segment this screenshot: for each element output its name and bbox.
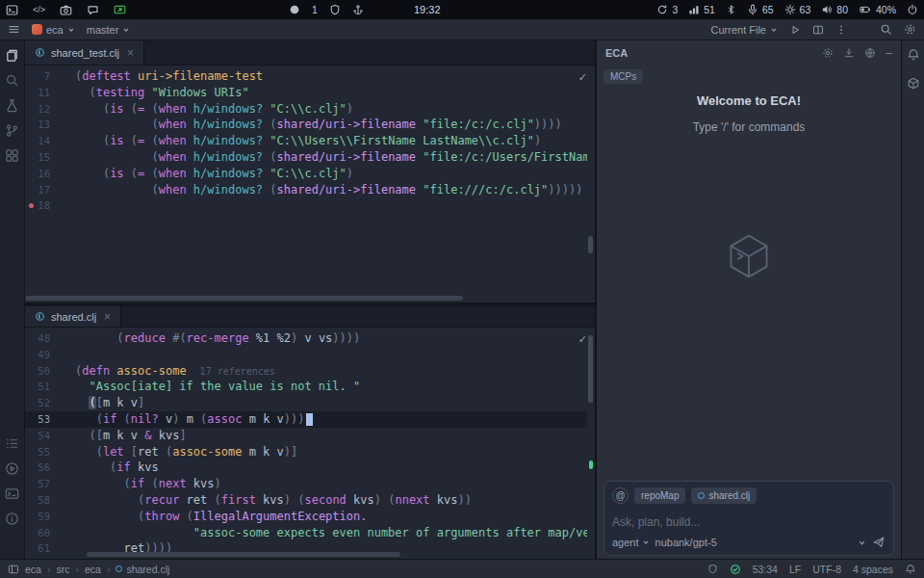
- layout-split-icon[interactable]: [812, 24, 824, 36]
- bluetooth-icon[interactable]: [726, 4, 736, 15]
- code-line-12[interactable]: 12 (is (= (when h/windows? "C:\\c.clj"): [25, 101, 587, 118]
- code-line-18[interactable]: 18: [25, 197, 587, 214]
- battery-status[interactable]: 40%: [859, 4, 896, 15]
- code-line-52[interactable]: 52 ([m k v]: [25, 395, 587, 411]
- references-annotation[interactable]: 17 references: [200, 366, 275, 377]
- code-line-56[interactable]: 56 (if kvs: [25, 460, 587, 476]
- send-button[interactable]: [872, 536, 886, 549]
- code-line-11[interactable]: 11 (testing "Windows URIs": [25, 85, 587, 101]
- line-number: 61: [25, 540, 50, 553]
- code-line-53[interactable]: 53 (if (nil? v) m (assoc m k v))): [25, 411, 587, 428]
- agent-mode-selector[interactable]: agent: [612, 537, 650, 548]
- context-chip-file[interactable]: shared.clj: [691, 487, 757, 504]
- code-line-16[interactable]: 16 (is (= (when h/windows? "C:\\c.clj"): [25, 166, 587, 182]
- camera-icon[interactable]: [60, 4, 72, 16]
- context-chip-repomap[interactable]: repoMap: [634, 487, 685, 504]
- notifications-bell-icon[interactable]: [907, 48, 920, 62]
- code-line-55[interactable]: 55 (let [ret (assoc-some m k v)]: [25, 444, 587, 460]
- code-line-54[interactable]: 54 ([m k v & kvs]: [25, 428, 587, 444]
- code-line-58[interactable]: 58 (recur ret (first kvs) (second kvs) (…: [25, 492, 587, 509]
- clojure-file-icon: [35, 311, 45, 322]
- mcps-button[interactable]: MCPs: [603, 69, 643, 84]
- tab-shared-test-clj[interactable]: shared_test.clj ×: [25, 40, 144, 65]
- terminal-panel-icon[interactable]: [5, 486, 19, 501]
- extensions-icon[interactable]: [5, 148, 19, 163]
- code-line-17[interactable]: 17 (when h/windows? (shared/uri->filenam…: [25, 182, 587, 198]
- breadcrumb-project[interactable]: eca: [25, 564, 41, 575]
- globe-icon[interactable]: [864, 47, 876, 59]
- beaker-icon[interactable]: [5, 98, 19, 113]
- anchor-icon[interactable]: [352, 4, 364, 15]
- search-icon[interactable]: [880, 23, 892, 36]
- code-line-50[interactable]: 50(defn assoc-some17 references: [25, 363, 587, 380]
- power-icon[interactable]: [907, 4, 918, 15]
- volume-status[interactable]: 80: [821, 4, 848, 15]
- code-line-49[interactable]: 49: [25, 347, 587, 363]
- code-editor-bottom[interactable]: 48 (reduce #(rec-merge %1 %2) v vs))))49…: [25, 328, 587, 553]
- lsp-status-check-icon[interactable]: [730, 564, 741, 575]
- code-icon[interactable]: </>: [33, 5, 45, 14]
- search-icon[interactable]: [5, 73, 19, 88]
- code-line-14[interactable]: 14 (is (= (when h/windows? "C:\\Users\\F…: [25, 133, 587, 149]
- code-line-7[interactable]: 7(deftest uri->filename-test: [25, 68, 587, 85]
- run-button[interactable]: [789, 24, 801, 36]
- settings-gear-icon[interactable]: [904, 23, 916, 36]
- cursor-position[interactable]: 53:34: [753, 564, 778, 575]
- run-config-selector[interactable]: Current File: [711, 24, 778, 36]
- model-selector[interactable]: nubank/gpt-5: [655, 537, 717, 548]
- github-icon[interactable]: [289, 4, 300, 15]
- code-line-48[interactable]: 48 (reduce #(rec-merge %1 %2) v vs)))): [25, 330, 587, 347]
- code-line-60[interactable]: 60 "assoc-some expects even number of ar…: [25, 525, 587, 541]
- terminal-icon[interactable]: [6, 4, 18, 16]
- project-selector[interactable]: eca: [32, 24, 75, 36]
- code-line-51[interactable]: 51 "Assoc[iate] if the value is not nil.…: [25, 379, 587, 395]
- code-line-15[interactable]: 15 (when h/windows? (shared/uri->filenam…: [25, 149, 587, 166]
- network-status[interactable]: 51: [688, 4, 715, 15]
- breadcrumb-file[interactable]: shared.clj: [116, 564, 169, 575]
- debug-run-icon[interactable]: [5, 461, 19, 476]
- horizontal-scrollbar[interactable]: [25, 296, 463, 301]
- vertical-scrollbar[interactable]: [588, 335, 593, 403]
- files-icon[interactable]: [5, 48, 19, 63]
- minimize-icon[interactable]: –: [886, 46, 892, 60]
- encoding[interactable]: UTF-8: [812, 564, 841, 575]
- model-chevron-down-icon[interactable]: [858, 539, 866, 547]
- indent-setting[interactable]: 4 spaces: [853, 564, 893, 575]
- git-branch-icon[interactable]: [5, 123, 19, 138]
- diagnostics-check-icon[interactable]: ✓: [578, 71, 587, 84]
- kebab-menu-icon[interactable]: [835, 24, 847, 36]
- tab-bar-bottom: shared.clj ×: [25, 306, 595, 328]
- horizontal-scrollbar[interactable]: [87, 552, 400, 557]
- breadcrumb-folder[interactable]: src: [56, 564, 69, 575]
- microphone-status[interactable]: 65: [747, 4, 774, 15]
- notifications-bell-icon[interactable]: [905, 564, 916, 575]
- diagnostics-check-icon[interactable]: ✓: [578, 333, 587, 346]
- panel-toggle-icon[interactable]: [8, 564, 19, 575]
- close-tab-icon[interactable]: ×: [104, 310, 111, 324]
- chat-composer[interactable]: @ repoMap shared.clj agent nubank/gpt-5: [603, 481, 894, 556]
- line-ending[interactable]: LF: [789, 564, 801, 575]
- checklist-icon[interactable]: [5, 436, 19, 451]
- code-line-57[interactable]: 57 (if (next kvs): [25, 476, 587, 492]
- branch-selector[interactable]: master: [87, 24, 131, 36]
- vertical-scrollbar[interactable]: [588, 236, 593, 253]
- chat-icon[interactable]: [87, 4, 99, 16]
- download-icon[interactable]: [843, 47, 855, 59]
- screen-share-icon[interactable]: [114, 4, 126, 16]
- breadcrumb-folder[interactable]: eca: [85, 564, 101, 575]
- tab-shared-clj[interactable]: shared.clj ×: [25, 306, 121, 327]
- code-line-59[interactable]: 59 (throw (IllegalArgumentException.: [25, 509, 587, 525]
- chat-input[interactable]: [612, 508, 886, 536]
- brightness-status[interactable]: 63: [784, 4, 811, 15]
- shield-icon[interactable]: [329, 4, 341, 15]
- assistant-cube-icon[interactable]: [907, 77, 920, 91]
- code-line-13[interactable]: 13 (when h/windows? (shared/uri->filenam…: [25, 117, 587, 133]
- security-shield-icon[interactable]: [707, 564, 718, 574]
- menu-icon[interactable]: [8, 23, 20, 36]
- panel-gear-icon[interactable]: [822, 47, 834, 59]
- add-context-button[interactable]: @: [612, 487, 629, 504]
- info-icon[interactable]: [5, 512, 19, 526]
- code-editor-top[interactable]: 7(deftest uri->filename-test11 (testing …: [25, 66, 587, 295]
- close-tab-icon[interactable]: ×: [127, 46, 134, 60]
- updates-status[interactable]: 3: [656, 4, 678, 15]
